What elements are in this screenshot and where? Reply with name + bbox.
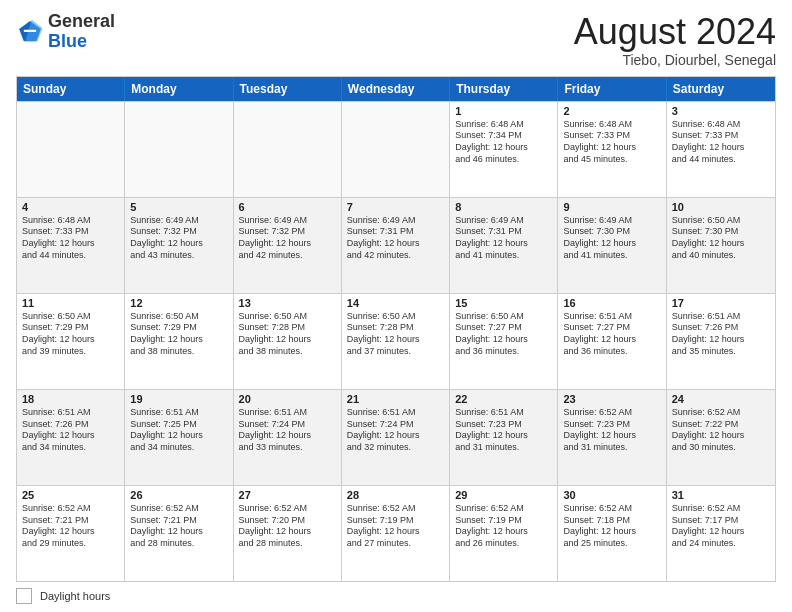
- day-info: Sunrise: 6:51 AM Sunset: 7:23 PM Dayligh…: [455, 407, 552, 454]
- day-info: Sunrise: 6:48 AM Sunset: 7:33 PM Dayligh…: [22, 215, 119, 262]
- calendar: SundayMondayTuesdayWednesdayThursdayFrid…: [16, 76, 776, 582]
- day-info: Sunrise: 6:52 AM Sunset: 7:21 PM Dayligh…: [22, 503, 119, 550]
- day-cell: 28Sunrise: 6:52 AM Sunset: 7:19 PM Dayli…: [342, 486, 450, 581]
- footer: Daylight hours: [16, 588, 776, 604]
- day-number: 20: [239, 393, 336, 405]
- day-number: 5: [130, 201, 227, 213]
- day-cell: 22Sunrise: 6:51 AM Sunset: 7:23 PM Dayli…: [450, 390, 558, 485]
- day-info: Sunrise: 6:51 AM Sunset: 7:26 PM Dayligh…: [672, 311, 770, 358]
- day-header-thursday: Thursday: [450, 77, 558, 101]
- day-info: Sunrise: 6:52 AM Sunset: 7:23 PM Dayligh…: [563, 407, 660, 454]
- day-number: 26: [130, 489, 227, 501]
- day-cell: 18Sunrise: 6:51 AM Sunset: 7:26 PM Dayli…: [17, 390, 125, 485]
- day-info: Sunrise: 6:51 AM Sunset: 7:24 PM Dayligh…: [239, 407, 336, 454]
- footer-label: Daylight hours: [40, 590, 110, 602]
- page: General Blue August 2024 Tiebo, Diourbel…: [0, 0, 792, 612]
- day-info: Sunrise: 6:52 AM Sunset: 7:19 PM Dayligh…: [347, 503, 444, 550]
- day-number: 28: [347, 489, 444, 501]
- day-info: Sunrise: 6:49 AM Sunset: 7:32 PM Dayligh…: [130, 215, 227, 262]
- day-number: 24: [672, 393, 770, 405]
- day-number: 9: [563, 201, 660, 213]
- day-info: Sunrise: 6:51 AM Sunset: 7:25 PM Dayligh…: [130, 407, 227, 454]
- day-cell: 8Sunrise: 6:49 AM Sunset: 7:31 PM Daylig…: [450, 198, 558, 293]
- location-subtitle: Tiebo, Diourbel, Senegal: [574, 52, 776, 68]
- day-info: Sunrise: 6:48 AM Sunset: 7:33 PM Dayligh…: [672, 119, 770, 166]
- day-info: Sunrise: 6:51 AM Sunset: 7:24 PM Dayligh…: [347, 407, 444, 454]
- day-info: Sunrise: 6:50 AM Sunset: 7:28 PM Dayligh…: [239, 311, 336, 358]
- day-cell: [17, 102, 125, 197]
- day-info: Sunrise: 6:50 AM Sunset: 7:29 PM Dayligh…: [22, 311, 119, 358]
- day-info: Sunrise: 6:50 AM Sunset: 7:30 PM Dayligh…: [672, 215, 770, 262]
- day-cell: 6Sunrise: 6:49 AM Sunset: 7:32 PM Daylig…: [234, 198, 342, 293]
- header: General Blue August 2024 Tiebo, Diourbel…: [16, 12, 776, 68]
- header-right: August 2024 Tiebo, Diourbel, Senegal: [574, 12, 776, 68]
- day-number: 1: [455, 105, 552, 117]
- week-row-3: 18Sunrise: 6:51 AM Sunset: 7:26 PM Dayli…: [17, 389, 775, 485]
- day-number: 13: [239, 297, 336, 309]
- day-cell: 20Sunrise: 6:51 AM Sunset: 7:24 PM Dayli…: [234, 390, 342, 485]
- day-info: Sunrise: 6:52 AM Sunset: 7:19 PM Dayligh…: [455, 503, 552, 550]
- day-info: Sunrise: 6:52 AM Sunset: 7:21 PM Dayligh…: [130, 503, 227, 550]
- logo-general: General: [48, 11, 115, 31]
- day-header-tuesday: Tuesday: [234, 77, 342, 101]
- day-cell: 14Sunrise: 6:50 AM Sunset: 7:28 PM Dayli…: [342, 294, 450, 389]
- logo-blue: Blue: [48, 31, 87, 51]
- day-headers: SundayMondayTuesdayWednesdayThursdayFrid…: [17, 77, 775, 101]
- logo: General Blue: [16, 12, 115, 52]
- day-info: Sunrise: 6:52 AM Sunset: 7:22 PM Dayligh…: [672, 407, 770, 454]
- day-number: 27: [239, 489, 336, 501]
- day-info: Sunrise: 6:52 AM Sunset: 7:17 PM Dayligh…: [672, 503, 770, 550]
- day-cell: 4Sunrise: 6:48 AM Sunset: 7:33 PM Daylig…: [17, 198, 125, 293]
- day-cell: 7Sunrise: 6:49 AM Sunset: 7:31 PM Daylig…: [342, 198, 450, 293]
- day-cell: 31Sunrise: 6:52 AM Sunset: 7:17 PM Dayli…: [667, 486, 775, 581]
- day-number: 30: [563, 489, 660, 501]
- day-cell: 30Sunrise: 6:52 AM Sunset: 7:18 PM Dayli…: [558, 486, 666, 581]
- day-number: 22: [455, 393, 552, 405]
- day-number: 6: [239, 201, 336, 213]
- day-number: 3: [672, 105, 770, 117]
- day-cell: 5Sunrise: 6:49 AM Sunset: 7:32 PM Daylig…: [125, 198, 233, 293]
- day-number: 19: [130, 393, 227, 405]
- week-row-1: 4Sunrise: 6:48 AM Sunset: 7:33 PM Daylig…: [17, 197, 775, 293]
- day-cell: 24Sunrise: 6:52 AM Sunset: 7:22 PM Dayli…: [667, 390, 775, 485]
- day-number: 21: [347, 393, 444, 405]
- day-number: 23: [563, 393, 660, 405]
- day-cell: [234, 102, 342, 197]
- month-title: August 2024: [574, 12, 776, 52]
- day-number: 14: [347, 297, 444, 309]
- day-cell: 3Sunrise: 6:48 AM Sunset: 7:33 PM Daylig…: [667, 102, 775, 197]
- day-header-friday: Friday: [558, 77, 666, 101]
- day-number: 10: [672, 201, 770, 213]
- day-cell: 27Sunrise: 6:52 AM Sunset: 7:20 PM Dayli…: [234, 486, 342, 581]
- day-number: 4: [22, 201, 119, 213]
- day-info: Sunrise: 6:49 AM Sunset: 7:30 PM Dayligh…: [563, 215, 660, 262]
- day-info: Sunrise: 6:52 AM Sunset: 7:20 PM Dayligh…: [239, 503, 336, 550]
- day-number: 8: [455, 201, 552, 213]
- day-info: Sunrise: 6:50 AM Sunset: 7:29 PM Dayligh…: [130, 311, 227, 358]
- day-header-monday: Monday: [125, 77, 233, 101]
- day-number: 12: [130, 297, 227, 309]
- day-info: Sunrise: 6:49 AM Sunset: 7:31 PM Dayligh…: [347, 215, 444, 262]
- day-cell: 15Sunrise: 6:50 AM Sunset: 7:27 PM Dayli…: [450, 294, 558, 389]
- day-cell: 2Sunrise: 6:48 AM Sunset: 7:33 PM Daylig…: [558, 102, 666, 197]
- day-info: Sunrise: 6:49 AM Sunset: 7:31 PM Dayligh…: [455, 215, 552, 262]
- day-cell: [125, 102, 233, 197]
- day-cell: 13Sunrise: 6:50 AM Sunset: 7:28 PM Dayli…: [234, 294, 342, 389]
- svg-rect-2: [24, 29, 36, 31]
- day-number: 11: [22, 297, 119, 309]
- day-cell: 12Sunrise: 6:50 AM Sunset: 7:29 PM Dayli…: [125, 294, 233, 389]
- day-info: Sunrise: 6:50 AM Sunset: 7:27 PM Dayligh…: [455, 311, 552, 358]
- day-cell: 9Sunrise: 6:49 AM Sunset: 7:30 PM Daylig…: [558, 198, 666, 293]
- day-number: 25: [22, 489, 119, 501]
- day-cell: 26Sunrise: 6:52 AM Sunset: 7:21 PM Dayli…: [125, 486, 233, 581]
- day-info: Sunrise: 6:48 AM Sunset: 7:33 PM Dayligh…: [563, 119, 660, 166]
- day-cell: 19Sunrise: 6:51 AM Sunset: 7:25 PM Dayli…: [125, 390, 233, 485]
- day-info: Sunrise: 6:51 AM Sunset: 7:27 PM Dayligh…: [563, 311, 660, 358]
- day-cell: 1Sunrise: 6:48 AM Sunset: 7:34 PM Daylig…: [450, 102, 558, 197]
- day-number: 29: [455, 489, 552, 501]
- day-header-sunday: Sunday: [17, 77, 125, 101]
- logo-icon: [16, 18, 44, 46]
- day-number: 18: [22, 393, 119, 405]
- day-cell: [342, 102, 450, 197]
- day-header-saturday: Saturday: [667, 77, 775, 101]
